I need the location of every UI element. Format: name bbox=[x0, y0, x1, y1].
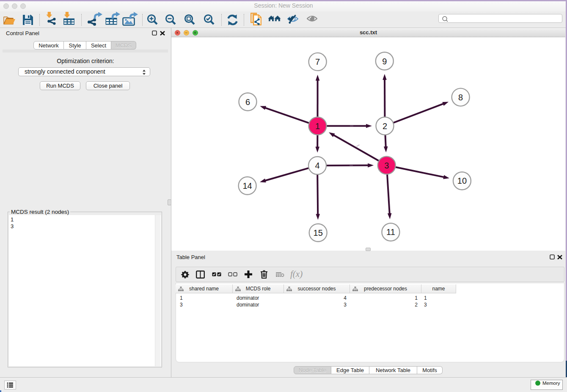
svg-text:10: 10 bbox=[457, 176, 467, 185]
svg-text:15: 15 bbox=[314, 228, 323, 237]
svg-text:8: 8 bbox=[458, 93, 463, 102]
svg-text:6: 6 bbox=[245, 97, 250, 107]
svg-text:9: 9 bbox=[382, 57, 387, 66]
svg-text:11: 11 bbox=[386, 227, 395, 237]
svg-text:2: 2 bbox=[383, 121, 387, 131]
svg-text:14: 14 bbox=[242, 181, 252, 190]
svg-text:4: 4 bbox=[315, 161, 319, 170]
svg-text:3: 3 bbox=[384, 161, 389, 170]
svg-text:1: 1 bbox=[315, 121, 320, 131]
svg-text:7: 7 bbox=[315, 57, 320, 66]
